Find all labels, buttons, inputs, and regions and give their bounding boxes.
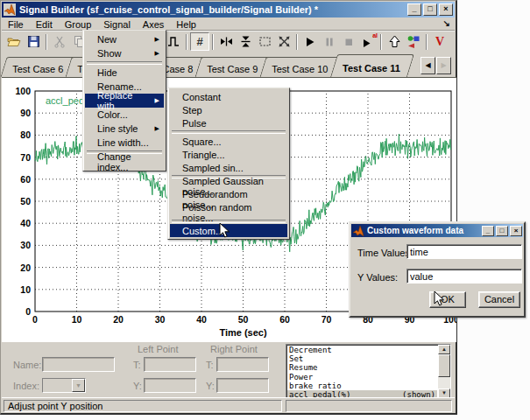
svg-text:60: 60	[20, 174, 31, 185]
cut-button[interactable]	[50, 32, 69, 51]
svg-text:100: 100	[15, 86, 31, 96]
tab-scroll-right-button[interactable]: ▶	[436, 57, 451, 74]
index-label: Index:	[13, 381, 39, 391]
submenu-item[interactable]: Step	[170, 103, 287, 116]
dock-arrow-icon[interactable]: ↘	[443, 18, 450, 28]
submenu-arrow-icon: ▶	[155, 97, 159, 104]
menu-item[interactable]: Show ▶	[85, 46, 164, 60]
menu-item[interactable]: Change index...	[85, 155, 164, 169]
menu-item-label: Line width...	[97, 137, 149, 148]
submenu-item[interactable]: Square...	[170, 135, 287, 148]
right-y-field[interactable]	[216, 378, 269, 393]
signal-listbox[interactable]: Decrement Set Resume Power	[286, 344, 451, 399]
menubar-item[interactable]: Edit	[30, 18, 59, 31]
submenu-item[interactable]: Pulse	[170, 116, 287, 130]
toolbar-separator	[296, 34, 298, 50]
title-bar[interactable]: Signal Builder (sf_cruise_control_signal…	[2, 2, 455, 18]
signal-menu: New ▶ Show ▶ Hide Rename...	[82, 30, 166, 172]
snap-horizontal-button[interactable]	[216, 32, 236, 51]
verify-button[interactable]: V	[430, 32, 449, 51]
submenu-item[interactable]	[172, 130, 286, 134]
menu-item[interactable]: Line style ▶	[85, 122, 164, 136]
svg-text:0: 0	[32, 314, 38, 325]
snap-grid-button[interactable]: #	[190, 32, 209, 51]
snap-vertical-button[interactable]	[236, 32, 255, 51]
test-case-tab[interactable]: Test Case 11	[330, 54, 414, 77]
left-y-field[interactable]	[144, 378, 196, 393]
submenu-item[interactable]: Constant	[170, 90, 287, 103]
menu-item-label: Hide	[97, 67, 117, 78]
simulink-button[interactable]	[404, 32, 423, 51]
listbox-scrollbar[interactable]: ▲ ▼	[438, 345, 450, 398]
close-button[interactable]: ×	[439, 4, 453, 16]
status-message: Adjust point Y position	[4, 400, 282, 412]
menu-item[interactable]: New ▶	[85, 32, 164, 46]
submenu-item[interactable]: Triangle...	[170, 148, 287, 161]
matlab-app-icon	[4, 4, 16, 16]
index-dropdown[interactable]: ▼	[42, 378, 86, 393]
dialog-minimize-button[interactable]: _	[482, 226, 494, 236]
minimize-button[interactable]: _	[407, 4, 421, 16]
left-t-field[interactable]	[144, 357, 196, 372]
play-all-button[interactable]: al	[358, 32, 378, 51]
save-button[interactable]	[24, 32, 43, 51]
right-t-label: T:	[206, 360, 214, 370]
time-values-input[interactable]	[406, 244, 522, 259]
menubar-item[interactable]: File	[2, 18, 30, 31]
scroll-up-icon[interactable]: ▲	[438, 345, 450, 354]
menu-item[interactable]: Color...	[85, 108, 164, 122]
zoom-fit-button[interactable]	[274, 32, 293, 51]
menu-item[interactable]	[87, 61, 162, 65]
verification-icon: V	[435, 35, 444, 49]
menubar-item[interactable]: Axes	[137, 18, 170, 31]
menu-item-label: Change index...	[97, 151, 150, 172]
submenu-item-label: Triangle...	[182, 150, 225, 160]
signal-list-item[interactable]: brake ratio	[287, 382, 437, 390]
menubar-item[interactable]: Group	[59, 18, 98, 31]
stop-button[interactable]	[339, 32, 358, 51]
signal-list-item[interactable]: Power	[287, 373, 437, 382]
menu-item[interactable]: Replace with ▶	[85, 94, 164, 108]
export-up-button[interactable]	[385, 32, 404, 51]
dialog-maximize-button[interactable]: □	[496, 226, 508, 236]
submenu-item[interactable]: Poisson random noise...	[170, 206, 287, 219]
cancel-button[interactable]: Cancel	[478, 291, 520, 308]
zoom-region-button[interactable]	[255, 32, 274, 51]
svg-text:20: 20	[113, 314, 124, 325]
open-button[interactable]	[4, 32, 24, 51]
test-case-tab[interactable]: Test Case 10	[260, 57, 342, 77]
signal-list-item[interactable]: Set	[287, 354, 437, 363]
svg-text:80: 80	[20, 130, 31, 140]
dialog-title-bar[interactable]: Custom waveform data _ □ ×	[351, 224, 523, 237]
window-title: Signal Builder (sf_cruise_control_signal…	[19, 4, 407, 15]
toolbar-separator	[186, 34, 187, 50]
maximize-button[interactable]: □	[423, 4, 437, 16]
menu-item[interactable]: Hide	[85, 66, 164, 80]
signal-name: Resume	[289, 363, 318, 372]
play-button[interactable]	[300, 32, 320, 51]
svg-text:30: 30	[155, 314, 166, 325]
pause-button[interactable]	[320, 32, 339, 51]
menu-item[interactable]: Line width...	[85, 136, 164, 150]
menubar-item[interactable]: Help	[170, 18, 202, 31]
scrollbar-thumb[interactable]	[438, 354, 450, 377]
stop-icon	[343, 36, 355, 48]
tab-scroll-left-button[interactable]: ◀	[420, 57, 435, 74]
right-t-field[interactable]	[216, 357, 269, 372]
y-values-input[interactable]	[406, 269, 522, 284]
menubar-item[interactable]: Signal	[97, 18, 137, 31]
left-y-label: Y:	[133, 381, 142, 391]
dialog-close-button[interactable]: ×	[510, 226, 522, 236]
new-signal-button[interactable]	[164, 32, 183, 51]
svg-text:70: 70	[322, 314, 332, 325]
toolbar-separator	[426, 34, 428, 50]
signal-list-item[interactable]: Decrement	[287, 346, 437, 354]
svg-text:60: 60	[279, 314, 290, 325]
svg-text:50: 50	[238, 314, 249, 325]
dropdown-arrow-icon[interactable]: ▼	[72, 379, 85, 392]
signal-list-item[interactable]: Resume	[287, 363, 437, 372]
tab-label: Test Case 10	[272, 64, 329, 74]
submenu-item[interactable]: Sampled sin...	[170, 161, 287, 174]
toolbar-separator	[46, 34, 47, 50]
name-field[interactable]	[42, 357, 115, 372]
